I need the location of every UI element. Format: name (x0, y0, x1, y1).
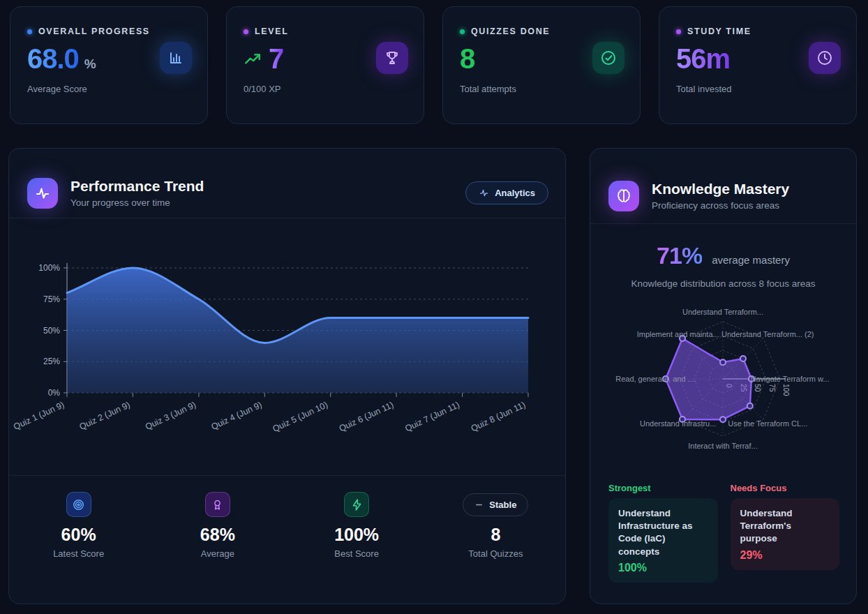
focus-areas: Strongest Understand Infrastructure as C… (608, 483, 839, 583)
svg-text:25%: 25% (43, 357, 60, 366)
stat-value: 8 (426, 525, 565, 545)
needs-focus-card: Understand Terraform's purpose 29% (731, 498, 840, 570)
stat-subtext: Average Score (27, 84, 190, 94)
stat-value: 56m (676, 43, 730, 75)
stat-value: 68.0 (27, 43, 79, 75)
radar-chart-box: 0255075100Understand Terraform...Underst… (590, 299, 856, 476)
svg-text:50%: 50% (43, 326, 60, 336)
stat-card-label: LEVEL (255, 27, 288, 36)
mastery-summary: 71% average mastery Knowledge distributi… (590, 242, 856, 289)
analytics-button-label: Analytics (495, 188, 535, 198)
stat-card-study-time: STUDY TIME 56m Total invested (659, 6, 857, 124)
svg-text:Read, generate, and ....: Read, generate, and .... (615, 375, 696, 383)
stat-card-overall-progress: OVERALL PROGRESS 68.0 % Average Score (10, 6, 208, 124)
svg-text:100: 100 (782, 384, 791, 396)
status-dot (460, 29, 465, 34)
svg-text:Understand Terraform...: Understand Terraform... (682, 308, 763, 316)
stat-card-level: LEVEL 7 0/100 XP (226, 6, 424, 124)
needs-focus-label: Needs Focus (731, 483, 840, 493)
brain-icon (608, 181, 639, 211)
stat-card-header: QUIZZES DONE (460, 27, 623, 36)
status-dot (676, 29, 681, 34)
strongest-card: Understand Infrastructure as Code (IaC) … (608, 498, 718, 583)
status-dot (244, 29, 248, 34)
performance-stats-row: 60% Latest Score 68% Average 100% Best S… (9, 476, 565, 559)
svg-text:Quiz 3 (Jun 9): Quiz 3 (Jun 9) (144, 400, 197, 432)
stat-label: Latest Score (9, 548, 148, 559)
trophy-icon (376, 42, 408, 74)
svg-text:75: 75 (768, 384, 777, 392)
svg-text:Interact with Terraf...: Interact with Terraf... (688, 442, 757, 450)
svg-text:100%: 100% (38, 263, 60, 273)
pulse-icon (479, 188, 489, 198)
zap-icon (344, 492, 369, 517)
strongest-block: Strongest Understand Infrastructure as C… (608, 483, 718, 583)
stat-value: 8 (460, 43, 474, 75)
badge-label: Stable (489, 500, 516, 510)
medal-icon (205, 492, 230, 517)
best-score-stat: 100% Best Score (287, 491, 426, 559)
stat-label: Best Score (287, 548, 426, 559)
svg-text:Quiz 7 (Jun 11): Quiz 7 (Jun 11) (403, 400, 461, 433)
trend-status-badge: Stable (463, 493, 528, 516)
average-mastery-label: average mastery (712, 254, 790, 266)
latest-score-stat: 60% Latest Score (9, 491, 148, 559)
clock-icon (809, 42, 841, 74)
stat-value: 7 (269, 43, 283, 75)
needs-focus-topic: Understand Terraform's purpose (740, 507, 830, 546)
stat-subtext: Total attempts (460, 84, 623, 94)
average-mastery-value: 71% (657, 242, 702, 269)
panel-title: Performance Trend (70, 178, 204, 195)
stat-cards-row: OVERALL PROGRESS 68.0 % Average Score LE… (10, 6, 857, 124)
svg-text:Quiz 8 (Jun 11): Quiz 8 (Jun 11) (470, 400, 527, 433)
strongest-label: Strongest (608, 483, 718, 493)
svg-text:0%: 0% (48, 388, 61, 398)
stat-card-label: STUDY TIME (687, 27, 751, 36)
minus-icon (474, 500, 484, 509)
stat-value: 68% (148, 525, 287, 545)
status-dot (27, 29, 32, 34)
knowledge-radar-chart: 0255075100Understand Terraform...Underst… (590, 299, 857, 473)
stat-card-quizzes-done: QUIZZES DONE 8 Total attempts (442, 6, 641, 124)
strongest-topic: Understand Infrastructure as Code (IaC) … (618, 507, 708, 558)
mastery-panel-titles: Knowledge Mastery Proficiency across foc… (652, 181, 789, 211)
stat-value: 60% (9, 525, 148, 545)
performance-panel-titles: Performance Trend Your progress over tim… (70, 178, 204, 208)
mastery-panel-header: Knowledge Mastery Proficiency across foc… (590, 149, 856, 223)
svg-text:Quiz 6 (Jun 11): Quiz 6 (Jun 11) (338, 400, 396, 433)
svg-text:50: 50 (754, 384, 762, 392)
svg-text:Implement and mainta...: Implement and mainta... (637, 330, 719, 338)
target-icon (66, 492, 91, 517)
stat-subtext: Total invested (676, 84, 839, 94)
dashboard: OVERALL PROGRESS 68.0 % Average Score LE… (0, 6, 868, 614)
bar-chart-icon (160, 42, 192, 74)
total-quizzes-stat: Stable 8 Total Quizzes (426, 491, 565, 559)
stat-card-header: LEVEL (244, 27, 407, 36)
performance-trend-chart: 0%25%50%75%100%Quiz 1 (Jun 9)Quiz 2 (Jun… (9, 218, 566, 472)
activity-icon (27, 178, 58, 209)
main-row: Performance Trend Your progress over tim… (8, 148, 857, 604)
trend-up-icon (244, 51, 262, 72)
stat-value: 100% (287, 525, 426, 545)
panel-title: Knowledge Mastery (652, 181, 789, 197)
panel-subtitle: Your progress over time (70, 197, 204, 208)
average-stat: 68% Average (148, 491, 287, 559)
analytics-button[interactable]: Analytics (465, 181, 548, 204)
svg-text:Use the Terraform CL...: Use the Terraform CL... (728, 419, 807, 428)
svg-text:Quiz 4 (Jun 9): Quiz 4 (Jun 9) (209, 400, 263, 432)
mastery-note: Knowledge distribution across 8 focus ar… (590, 278, 856, 289)
check-circle-icon (592, 42, 624, 74)
stat-label: Total Quizzes (426, 548, 565, 559)
stat-card-header: STUDY TIME (676, 27, 839, 36)
performance-trend-panel: Performance Trend Your progress over tim… (8, 148, 566, 604)
stat-card-label: OVERALL PROGRESS (38, 27, 150, 36)
strongest-value: 100% (618, 562, 708, 574)
stat-label: Average (148, 548, 287, 559)
panel-subtitle: Proficiency across focus areas (652, 200, 789, 211)
stat-unit: % (84, 57, 96, 72)
svg-text:75%: 75% (43, 294, 60, 304)
stat-card-header: OVERALL PROGRESS (27, 27, 190, 36)
needs-focus-value: 29% (740, 549, 830, 562)
svg-text:Quiz 5 (Jun 10): Quiz 5 (Jun 10) (271, 400, 329, 434)
knowledge-mastery-panel: Knowledge Mastery Proficiency across foc… (590, 148, 857, 604)
